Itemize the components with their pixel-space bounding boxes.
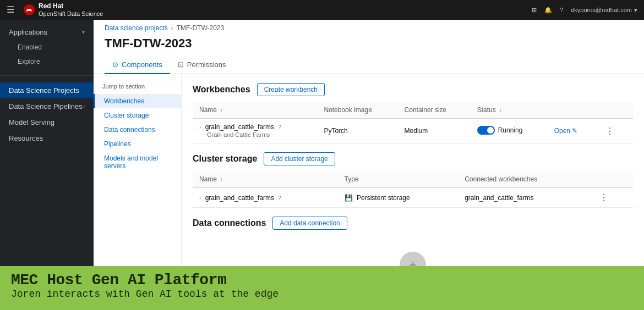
workbenches-col-kebab — [596, 102, 633, 119]
jump-nav-models[interactable]: Models and model servers — [94, 151, 181, 173]
storage-col-kebab — [590, 171, 633, 188]
cluster-storage-header-row: Name ↕ Type Connected workbenches — [193, 171, 633, 188]
workbench-expand-icon[interactable]: › — [199, 124, 201, 130]
workbenches-header: Workbenches Create workbench — [193, 83, 633, 96]
jump-nav-pipelines[interactable]: Pipelines — [94, 137, 181, 151]
data-connections-header: Data connections Add data connection — [193, 217, 633, 230]
cluster-storage-table: Name ↕ Type Connected workbenches › — [193, 171, 633, 208]
workbenches-col-container-size: Container size — [398, 102, 471, 119]
workbenches-name-sort-icon[interactable]: ↕ — [220, 107, 223, 113]
permissions-tab-icon: ⊡ — [178, 60, 184, 69]
workbench-toggle-switch[interactable] — [477, 126, 495, 135]
workbenches-col-actions — [548, 102, 596, 119]
workbenches-status-sort-icon[interactable]: ↕ — [499, 107, 502, 113]
workbench-status-label: Running — [498, 126, 523, 134]
jump-nav-data-connections[interactable]: Data connections — [94, 123, 181, 137]
sidebar-item-resources[interactable]: Resources — [0, 130, 94, 146]
sidebar-divider-1 — [0, 75, 94, 76]
add-cluster-storage-button[interactable]: Add cluster storage — [264, 152, 335, 165]
page-title: TMF-DTW-2023 — [94, 34, 644, 56]
workbenches-col-name: Name ↕ — [193, 102, 317, 119]
sidebar-item-model-serving[interactable]: Model Serving — [0, 114, 94, 130]
add-data-connection-button[interactable]: Add data connection — [272, 217, 347, 230]
cluster-storage-header: Cluster storage Add cluster storage — [193, 152, 633, 165]
table-row: › grain_and_cattle_farms ? 💾 Persistent … — [193, 188, 633, 208]
sidebar-applications-section: Applications ▾ Enabled Explore — [0, 20, 94, 73]
topbar: ☰ Red Hat OpenShift Data Science ⊞ 🔔 ? d… — [0, 0, 644, 20]
tab-components[interactable]: ⊙ Components — [105, 56, 170, 74]
topbar-left: ☰ Red Hat OpenShift Data Science — [7, 2, 103, 18]
sidebar-item-applications[interactable]: Applications ▾ — [0, 24, 94, 40]
jump-nav-title: Jump to section — [94, 81, 181, 94]
workbench-info-icon[interactable]: ? — [277, 124, 281, 130]
jump-nav-cluster-storage[interactable]: Cluster storage — [94, 108, 181, 123]
workbenches-table: Name ↕ Notebook image Container size Sta… — [193, 102, 633, 143]
breadcrumb-parent[interactable]: Data science projects — [105, 24, 168, 32]
sidebar-main-section: Data Science Projects Data Science Pipel… — [0, 78, 94, 151]
topbar-right: ⊞ 🔔 ? dkypuros@redhat.com ▾ — [532, 7, 637, 14]
storage-col-type: Type — [338, 171, 459, 188]
sidebar-item-data-science-pipelines[interactable]: Data Science Pipelines › — [0, 98, 94, 114]
storage-kebab-menu[interactable]: ⋮ — [596, 192, 612, 203]
workbenches-col-notebook-image: Notebook image — [317, 102, 397, 119]
tabs-bar: ⊙ Components ⊡ Permissions — [94, 56, 644, 74]
storage-col-connected: Connected workbenches — [458, 171, 589, 188]
grid-icon[interactable]: ⊞ — [532, 7, 537, 14]
tab-permissions[interactable]: ⊡ Permissions — [170, 56, 234, 74]
sidebar-item-data-science-projects[interactable]: Data Science Projects — [0, 82, 94, 98]
workbench-open-button[interactable]: Open ✎ — [554, 127, 589, 135]
banner-subtitle: Joren interacts with Gen AI tools at the… — [11, 289, 633, 300]
storage-type-icon: 💾 — [345, 194, 353, 202]
workbenches-table-header-row: Name ↕ Notebook image Container size Sta… — [193, 102, 633, 119]
workbench-open-link: Open ✎ — [548, 119, 596, 143]
workbench-kebab-menu[interactable]: ⋮ — [602, 125, 618, 137]
bottom-banner: MEC Host Gen AI Platform Joren interacts… — [0, 266, 644, 310]
storage-name-sort-icon[interactable]: ↕ — [220, 176, 223, 182]
cluster-storage-title: Cluster storage — [193, 154, 257, 164]
user-email[interactable]: dkypuros@redhat.com ▾ — [571, 7, 637, 14]
storage-info-icon[interactable]: ? — [277, 195, 281, 201]
workbench-notebook-image: PyTorch — [317, 119, 397, 143]
workbench-sub-name: Grain and Cattle Farms — [199, 131, 270, 138]
jump-nav-workbenches[interactable]: Workbenches — [94, 94, 181, 108]
create-workbench-button[interactable]: Create workbench — [257, 83, 325, 96]
workbench-status: Running — [471, 119, 548, 143]
workbench-kebab-cell: ⋮ — [596, 119, 633, 143]
workbenches-title: Workbenches — [193, 85, 250, 95]
banner-title: MEC Host Gen AI Platform — [11, 272, 633, 289]
breadcrumb: Data science projects › TMF-DTW-2023 — [94, 20, 644, 34]
sidebar-item-explore[interactable]: Explore — [0, 54, 94, 69]
workbench-container-size: Medium — [398, 119, 471, 143]
brand-text: Red Hat OpenShift Data Science — [39, 2, 103, 18]
components-tab-icon: ⊙ — [112, 60, 118, 69]
workbenches-col-status: Status ↕ — [471, 102, 548, 119]
breadcrumb-current: TMF-DTW-2023 — [177, 24, 224, 32]
sidebar-item-enabled[interactable]: Enabled — [0, 40, 94, 54]
workbench-open-icon: ✎ — [572, 127, 577, 135]
redhat-icon — [23, 4, 35, 16]
storage-col-name: Name ↕ — [193, 171, 338, 188]
storage-kebab-cell: ⋮ — [590, 188, 633, 208]
workbench-row-name: › grain_and_cattle_farms ? Grain and Cat… — [193, 119, 317, 143]
storage-connected-workbenches: grain_and_cattle_farms — [458, 188, 589, 208]
table-row: › grain_and_cattle_farms ? Grain and Cat… — [193, 119, 633, 143]
bell-icon[interactable]: 🔔 — [544, 7, 552, 14]
data-connections-title: Data connections — [193, 218, 266, 228]
brand-logo: Red Hat OpenShift Data Science — [23, 2, 103, 18]
storage-row-name: › grain_and_cattle_farms ? — [193, 188, 338, 208]
workbench-status-toggle: Running — [477, 126, 523, 135]
breadcrumb-separator: › — [171, 24, 173, 32]
storage-type: 💾 Persistent storage — [338, 188, 459, 208]
hamburger-icon[interactable]: ☰ — [7, 4, 14, 15]
storage-expand-icon[interactable]: › — [199, 195, 201, 201]
help-icon[interactable]: ? — [560, 7, 563, 13]
